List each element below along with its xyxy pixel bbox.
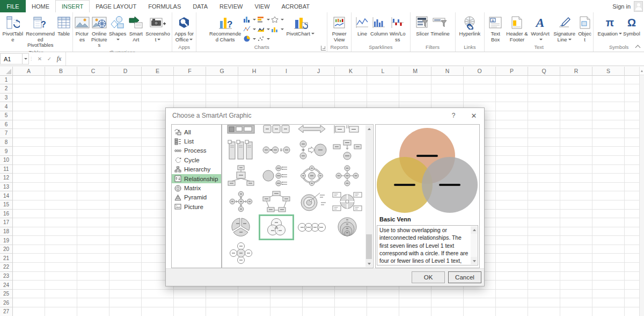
- cell[interactable]: [109, 218, 142, 227]
- signature-line-button[interactable]: Signature Line: [551, 13, 577, 43]
- cell[interactable]: [399, 76, 431, 85]
- recommended-pivottables-button[interactable]: ? Recommended PivotTables: [25, 13, 56, 49]
- row-header[interactable]: 12: [0, 174, 13, 183]
- cell[interactable]: [528, 165, 560, 174]
- cell[interactable]: [625, 191, 639, 200]
- cell[interactable]: [560, 174, 592, 183]
- cell[interactable]: [206, 84, 238, 94]
- layout-thumb-rounded-list[interactable]: [259, 125, 294, 137]
- row-header[interactable]: 24: [0, 281, 13, 290]
- cell[interactable]: [335, 290, 367, 299]
- cell[interactable]: [77, 210, 109, 219]
- cell[interactable]: [13, 76, 45, 85]
- cell[interactable]: [625, 147, 639, 156]
- cell[interactable]: [496, 263, 528, 272]
- layout-thumb-target[interactable]: [294, 189, 330, 214]
- cell[interactable]: [625, 120, 639, 130]
- gallery-scrollbar[interactable]: [365, 125, 372, 267]
- cell[interactable]: [13, 165, 45, 174]
- cell[interactable]: [303, 94, 335, 103]
- cell[interactable]: [45, 84, 77, 94]
- cell[interactable]: [77, 156, 109, 165]
- cell[interactable]: [45, 138, 77, 147]
- cell[interactable]: [77, 111, 109, 120]
- slicer-button[interactable]: Slicer: [415, 13, 430, 38]
- cell[interactable]: [399, 307, 431, 316]
- cell[interactable]: [528, 94, 560, 103]
- cell[interactable]: [109, 290, 142, 299]
- insert-scatter-line-chart-button[interactable]: [243, 26, 257, 32]
- vertical-scrollbar[interactable]: [639, 67, 644, 316]
- cell[interactable]: [399, 298, 431, 307]
- cell[interactable]: [560, 236, 592, 245]
- cell[interactable]: [592, 191, 625, 200]
- cell[interactable]: [496, 245, 528, 254]
- cell[interactable]: [592, 120, 625, 130]
- cell[interactable]: [238, 84, 270, 94]
- cell[interactable]: [109, 236, 142, 245]
- column-header[interactable]: F: [174, 67, 206, 76]
- name-box[interactable]: A1: [0, 53, 23, 64]
- tab-acrobat[interactable]: ACROBAT: [276, 0, 316, 12]
- cell[interactable]: [45, 156, 77, 165]
- collapse-ribbon-button[interactable]: [634, 44, 642, 50]
- description-scrollbar[interactable]: [471, 226, 477, 264]
- select-all-corner[interactable]: [0, 67, 13, 76]
- pictures-button[interactable]: Pictures: [74, 13, 90, 43]
- cell[interactable]: [45, 307, 77, 316]
- recommended-charts-button[interactable]: ? Recommended Charts: [208, 13, 243, 43]
- cell[interactable]: [464, 84, 496, 94]
- cell[interactable]: [238, 76, 270, 85]
- cell[interactable]: [77, 165, 109, 174]
- insert-combo-chart-button[interactable]: [271, 26, 285, 32]
- cell[interactable]: [592, 263, 625, 272]
- cell[interactable]: [109, 94, 142, 103]
- tab-formulas[interactable]: FORMULAS: [142, 0, 187, 12]
- category-list[interactable]: List: [172, 137, 221, 146]
- cell[interactable]: [77, 218, 109, 227]
- cell[interactable]: [270, 84, 303, 94]
- gallery-scroll-thumb[interactable]: [366, 234, 372, 259]
- cell[interactable]: [13, 200, 45, 210]
- row-header[interactable]: 13: [0, 183, 13, 192]
- cell[interactable]: [560, 94, 592, 103]
- category-all[interactable]: All: [172, 127, 221, 137]
- cell[interactable]: [496, 210, 528, 219]
- layout-thumb-cycle-relationship[interactable]: [294, 163, 330, 189]
- cell[interactable]: [13, 94, 45, 103]
- row-header[interactable]: 5: [0, 111, 13, 120]
- cell[interactable]: [496, 129, 528, 138]
- cell[interactable]: [367, 84, 399, 94]
- cell[interactable]: [528, 236, 560, 245]
- cell[interactable]: [77, 183, 109, 192]
- cell[interactable]: [77, 272, 109, 281]
- cell[interactable]: [560, 210, 592, 219]
- cell[interactable]: [77, 120, 109, 130]
- cell[interactable]: [13, 254, 45, 263]
- sign-in-link[interactable]: Sign in: [612, 3, 631, 10]
- layout-thumb-picture-accent-blocks[interactable]: [223, 137, 259, 163]
- cell[interactable]: [560, 290, 592, 299]
- sparkline-line-button[interactable]: Line: [355, 13, 370, 38]
- cell[interactable]: [13, 120, 45, 130]
- cell[interactable]: [528, 298, 560, 307]
- cell[interactable]: [13, 298, 45, 307]
- cell[interactable]: [270, 290, 303, 299]
- cell[interactable]: [625, 236, 639, 245]
- cell[interactable]: [13, 138, 45, 147]
- category-cycle[interactable]: Cycle: [172, 155, 221, 164]
- cell[interactable]: [592, 183, 625, 192]
- cell[interactable]: [142, 298, 174, 307]
- cell[interactable]: [496, 183, 528, 192]
- cell[interactable]: [625, 84, 639, 94]
- cell[interactable]: [528, 263, 560, 272]
- cell[interactable]: [109, 174, 142, 183]
- cell[interactable]: [45, 281, 77, 290]
- cell[interactable]: [174, 290, 206, 299]
- cell[interactable]: [625, 174, 639, 183]
- cell[interactable]: [399, 84, 431, 94]
- cell[interactable]: [270, 298, 303, 307]
- cell[interactable]: [560, 147, 592, 156]
- layout-thumb-converging-text[interactable]: [330, 137, 365, 163]
- cell[interactable]: [109, 272, 142, 281]
